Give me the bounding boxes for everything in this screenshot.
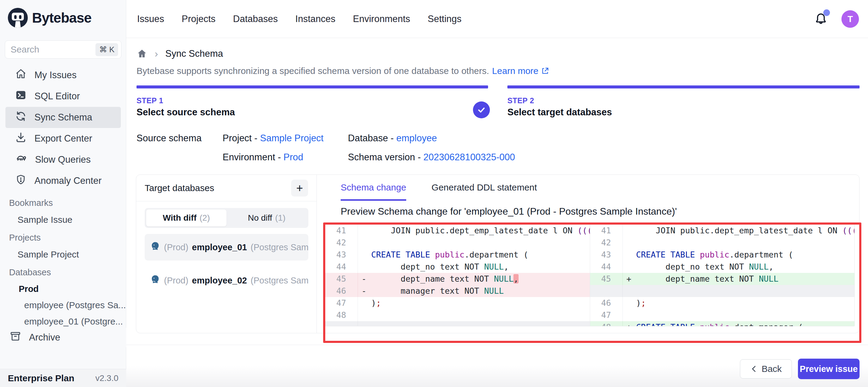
diff-filter-tabs: With diff(2)No diff(1) — [145, 208, 308, 228]
target-database-list: (Prod)employee_01(Postgres Sampl...(Prod… — [145, 234, 308, 300]
step-1-title: Select source schema — [136, 107, 488, 118]
diff-right-row-46: 46); — [590, 297, 859, 309]
diff-right-row-41: 41 JOIN public.dept_emp_latest_date l ON… — [590, 225, 859, 237]
sidebar-db-employee-01[interactable]: employee_01 (Postgre... — [0, 316, 126, 327]
back-button[interactable]: Back — [740, 359, 792, 379]
terminal-icon — [15, 89, 27, 103]
diff-marker — [623, 237, 636, 249]
sidebar-item-my-issues[interactable]: My Issues — [5, 65, 121, 86]
top-nav-databases[interactable]: Databases — [233, 13, 278, 25]
section-databases: Databases — [0, 267, 126, 278]
postgres-icon — [150, 241, 160, 254]
diff-left-row-47: 47); — [325, 297, 590, 309]
learn-more-link[interactable]: Learn more — [492, 66, 549, 76]
preview-issue-button[interactable]: Preview issue — [798, 359, 860, 379]
avatar[interactable]: T — [841, 10, 859, 28]
search-input[interactable]: Search ⌘ K — [5, 40, 121, 59]
diff-horizontal-scrollbar[interactable] — [325, 326, 855, 331]
top-nav-instances[interactable]: Instances — [296, 13, 336, 25]
top-nav-projects[interactable]: Projects — [182, 13, 216, 25]
page-description: Bytebase supports synchronizing a specif… — [136, 66, 549, 76]
line-number: 46 — [590, 297, 623, 309]
source-schema-label: Source schema — [136, 133, 202, 144]
download-icon — [15, 132, 27, 146]
brand-name: Bytebase — [32, 10, 92, 26]
top-nav: IssuesProjectsDatabasesInstancesEnvironm… — [126, 0, 868, 38]
tab-schema-change[interactable]: Schema change — [341, 182, 406, 201]
top-nav-settings[interactable]: Settings — [428, 13, 462, 25]
code-text: JOIN public.dept_emp_latest_date l ON ((… — [636, 225, 859, 237]
add-target-database-button[interactable]: + — [291, 180, 308, 196]
diff-source-pane: 41 JOIN public.dept_emp_latest_date l ON… — [325, 225, 590, 326]
diff-marker — [358, 321, 371, 326]
sync-schema-page: Bytebase Search ⌘ K My IssuesSQL EditorS… — [0, 0, 868, 387]
step-2-label: STEP 2 — [507, 96, 860, 105]
source-field-schema-version: Schema version - 20230628100325-000 — [348, 152, 515, 163]
step-2-progress-bar — [507, 86, 860, 89]
source-field-environment: Environment - Prod — [223, 152, 303, 163]
step-2: STEP 2 Select target databases — [507, 86, 860, 118]
tab-generated-ddl-statement[interactable]: Generated DDL statement — [432, 182, 537, 201]
diff-marker — [358, 297, 371, 309]
target-db-employee-01[interactable]: (Prod)employee_01(Postgres Sampl... — [145, 234, 308, 260]
line-number: 42 — [590, 237, 623, 249]
top-nav-environments[interactable]: Environments — [353, 13, 410, 25]
line-number: 43 — [590, 249, 623, 261]
step-1: STEP 1 Select source schema — [136, 86, 488, 118]
sidebar-item-anomaly-center[interactable]: Anomaly Center — [5, 170, 121, 191]
code-text: ); — [636, 297, 646, 309]
line-number: 48 — [590, 321, 623, 326]
archive-label: Archive — [29, 332, 60, 343]
tab-with-diff[interactable]: With diff(2) — [146, 209, 226, 226]
notifications-button[interactable] — [814, 12, 828, 26]
environment-link[interactable]: Prod — [284, 152, 303, 162]
project-sample-project[interactable]: Sample Project — [0, 249, 126, 260]
code-text: dept_name text NOT NULL — [636, 273, 778, 285]
diff-marker — [623, 297, 636, 309]
target-db-employee-02[interactable]: (Prod)employee_02(Postgres Samp... — [145, 267, 308, 294]
line-number — [590, 285, 623, 297]
top-nav-issues[interactable]: Issues — [137, 13, 164, 25]
project-link[interactable]: Sample Project — [260, 133, 323, 143]
diff-marker — [623, 285, 636, 297]
schema-version-link[interactable]: 20230628100325-000 — [424, 152, 515, 162]
line-number: 45 — [590, 273, 623, 285]
sidebar-db-employee[interactable]: employee (Postgres Sa... — [0, 300, 126, 310]
diff-left-row-41: 41 JOIN public.dept_emp_latest_date l ON… — [325, 225, 590, 237]
sidebar-item-archive[interactable]: Archive — [0, 328, 126, 347]
diff-right-row-42: 42 — [590, 237, 859, 249]
diff-marker: - — [358, 273, 371, 285]
sidebar-item-slow-queries[interactable]: Slow Queries — [5, 149, 121, 170]
sidebar-item-sql-editor[interactable]: SQL Editor — [5, 86, 121, 107]
diff-left-row-42: 42 — [325, 237, 590, 249]
sidebar-item-sync-schema[interactable]: Sync Schema — [5, 107, 121, 128]
plan-name: Enterprise Plan — [8, 373, 74, 383]
section-projects: Projects — [0, 233, 126, 243]
diff-marker: + — [623, 273, 636, 285]
shield-icon — [15, 174, 27, 188]
database-link[interactable]: employee — [396, 133, 437, 143]
schema-diff-viewer: 41 JOIN public.dept_emp_latest_date l ON… — [325, 225, 859, 331]
brand-logo[interactable]: Bytebase — [0, 0, 126, 28]
preview-tabs: Schema changeGenerated DDL statement — [341, 182, 537, 201]
diff-left-row-46: 46- manager text NOT NULL — [325, 285, 590, 297]
top-nav-items: IssuesProjectsDatabasesInstancesEnvironm… — [126, 13, 462, 25]
diff-marker: - — [358, 285, 371, 297]
diff-left-row-43: 43CREATE TABLE public.department ( — [325, 249, 590, 261]
bookmark-sample-issue[interactable]: Sample Issue — [0, 215, 126, 225]
archive-icon — [10, 330, 21, 345]
line-number: 44 — [325, 261, 358, 273]
step-1-label: STEP 1 — [136, 96, 488, 105]
diff-marker — [358, 237, 371, 249]
sidebar: Bytebase Search ⌘ K My IssuesSQL EditorS… — [0, 0, 126, 387]
sidebar-item-export-center[interactable]: Export Center — [5, 128, 121, 149]
home-icon[interactable] — [136, 48, 147, 59]
code-text: CREATE TABLE public.dept_manager ( — [636, 321, 803, 326]
tab-no-diff[interactable]: No diff(1) — [226, 209, 307, 226]
code-text: JOIN public.dept_emp_latest_date l ON ((… — [371, 225, 590, 237]
diff-vertical-scrollbar[interactable] — [855, 225, 859, 326]
sync-icon — [15, 110, 27, 124]
line-number: 44 — [590, 261, 623, 273]
section-bookmarks: Bookmarks — [0, 198, 126, 208]
search-shortcut-badge: ⌘ K — [95, 43, 118, 56]
